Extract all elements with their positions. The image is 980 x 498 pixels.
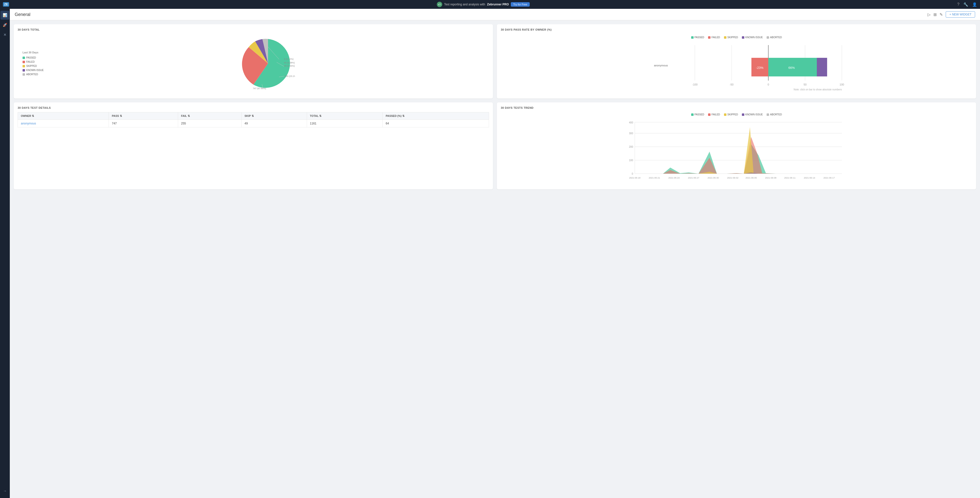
try-for-free-button[interactable]: Try for Free	[511, 2, 530, 6]
dashboard: 30 DAYS TOTAL Last 30 Days PASSED FAILED…	[10, 20, 980, 193]
bar-passed-pct: 66%	[788, 66, 795, 70]
help-icon[interactable]: ?	[957, 2, 959, 6]
trend-legend-known: KNOWN ISSUE	[742, 113, 763, 116]
skipped-label: SKIPPED	[26, 65, 37, 67]
col-passed-pct[interactable]: PASSED (%) ⇅	[383, 113, 489, 120]
trend-area-passed	[635, 144, 842, 174]
y-label-200: 200	[629, 145, 633, 148]
promo-icon: 🏷	[437, 2, 442, 7]
x-label-0614: 2021-06-14	[804, 177, 815, 179]
skipped-dot	[22, 65, 25, 67]
col-fail[interactable]: FAIL ⇅	[178, 113, 241, 120]
trend-skipped-dot	[724, 113, 726, 116]
passrate-known-label: KNOWN ISSUE	[745, 36, 763, 39]
widget-total-title: 30 DAYS TOTAL	[18, 28, 489, 31]
trend-failed-dot	[708, 113, 711, 116]
user-icon[interactable]: 👤	[972, 2, 977, 7]
logo: ZE	[3, 2, 9, 6]
axis-label-minus50: -50	[730, 83, 733, 86]
aborted-dot	[22, 73, 25, 76]
passrate-chart: PASSED FAILED SKIPPED KNOWN ISSUE	[501, 34, 972, 95]
passrate-skipped-label: SKIPPED	[727, 36, 738, 39]
passrate-aborted-dot	[767, 36, 769, 39]
sidebar-item-dashboard[interactable]: 📊	[0, 11, 9, 20]
pie-label-known: 45 (4.08%)	[284, 62, 295, 64]
failed-label: FAILED	[26, 60, 35, 63]
sidebar: 📊 🚀 ✕ →	[0, 9, 10, 193]
pie-label-skipped: 49 (4.44%)	[284, 65, 295, 67]
trend-svg-wrapper: 0 100 200 300 400	[501, 120, 972, 185]
grid-button[interactable]: ⊞	[934, 12, 937, 17]
topbar-right: ? 🔧 👤	[957, 2, 977, 7]
page-title: General	[15, 12, 30, 17]
trend-known-dot	[742, 113, 744, 116]
trend-known-label: KNOWN ISSUE	[745, 113, 763, 116]
passrate-legend-row: PASSED FAILED SKIPPED KNOWN ISSUE	[501, 36, 972, 39]
x-label-0527: 2021-05-27	[688, 177, 699, 179]
trend-legend-aborted: ABORTED	[767, 113, 782, 116]
passrate-known-dot	[742, 36, 744, 39]
passrate-bar-area: anonymous -23% 66%	[501, 43, 972, 92]
row-skip: 49	[242, 120, 307, 127]
passrate-legend-failed: FAILED	[708, 36, 720, 39]
new-widget-button[interactable]: + NEW WIDGET	[946, 11, 975, 18]
legend-skipped: SKIPPED	[22, 65, 47, 67]
sidebar-item-tests[interactable]: ✕	[0, 30, 9, 39]
trend-legend-passed: PASSED	[691, 113, 705, 116]
promo-banner: 🏷 Test reporting and analysis with Zebru…	[437, 2, 530, 7]
trend-legend-row: PASSED FAILED SKIPPED KNOWN ISSUE	[501, 113, 972, 116]
trend-aborted-dot	[767, 113, 769, 116]
passed-label: PASSED	[26, 56, 36, 59]
widget-passrate: 30 DAYS PASS RATE BY OWNER (%) PASSED FA…	[497, 24, 976, 99]
axis-label-100: 100	[840, 83, 844, 86]
details-table: OWNER ⇅ PASS ⇅ FAIL ⇅ SKIP ⇅ TOTAL ⇅ PAS…	[18, 112, 489, 127]
x-label-0530: 2021-05-30	[708, 177, 719, 179]
x-label-0524: 2021-05-24	[668, 177, 679, 179]
legend-subtitle: Last 30 Days	[22, 51, 47, 54]
main-content: General ▷ ⊞ ✎ + NEW WIDGET 30 DAYS TOTAL…	[10, 9, 980, 193]
col-total[interactable]: TOTAL ⇅	[307, 113, 382, 120]
pie-svg: 8 (0.72%) 45 (4.08%) 49 (4.44%) 255 (23.…	[241, 37, 295, 91]
widget-trend: 30 DAYS TESTS TREND PASSED FAILED SKIPPE…	[497, 102, 976, 189]
passrate-passed-dot	[691, 36, 694, 39]
bar-owner-label: anonymous	[654, 64, 668, 67]
trend-svg: 0 100 200 300 400	[503, 120, 970, 183]
row-owner[interactable]: anonymous	[18, 120, 109, 127]
col-skip[interactable]: SKIP ⇅	[242, 113, 307, 120]
trend-passed-dot	[691, 113, 694, 116]
page-header: General ▷ ⊞ ✎ + NEW WIDGET	[10, 9, 980, 20]
run-button[interactable]: ▷	[928, 12, 931, 17]
legend-aborted: ABORTED	[22, 73, 47, 76]
table-header-row: OWNER ⇅ PASS ⇅ FAIL ⇅ SKIP ⇅ TOTAL ⇅ PAS…	[18, 113, 489, 120]
x-label-0521: 2021-05-21	[649, 177, 660, 179]
details-title: 30 DAYS TEST DETAILS	[18, 106, 489, 109]
x-label-0617: 2021-06-17	[823, 177, 835, 179]
known-dot	[22, 69, 25, 72]
trend-title: 30 DAYS TESTS TREND	[501, 106, 972, 109]
passrate-legend-skipped: SKIPPED	[724, 36, 738, 39]
pie-label-failed: 255 (23.1%)	[285, 75, 295, 77]
col-owner[interactable]: OWNER ⇅	[18, 113, 109, 120]
table-row: anonymous 747 255 49 1161 64	[18, 120, 489, 127]
y-label-0: 0	[632, 172, 633, 175]
passrate-failed-dot	[708, 36, 711, 39]
row-fail: 255	[178, 120, 241, 127]
bar-known[interactable]	[817, 58, 827, 76]
pie-label-passed: 747 (67.66%)	[253, 87, 266, 90]
col-pass[interactable]: PASS ⇅	[109, 113, 178, 120]
trend-area-skipped	[635, 127, 842, 174]
passrate-passed-label: PASSED	[695, 36, 705, 39]
sidebar-item-launch[interactable]: 🚀	[0, 21, 9, 29]
trend-aborted-label: ABORTED	[770, 113, 782, 116]
logo-box: ZE	[3, 2, 9, 6]
wrench-icon[interactable]: 🔧	[963, 2, 968, 7]
edit-button[interactable]: ✎	[940, 12, 943, 17]
header-actions: ▷ ⊞ ✎ + NEW WIDGET	[928, 11, 975, 18]
x-label-0602: 2021-06-02	[727, 177, 738, 179]
legend-failed: FAILED	[22, 60, 47, 63]
legend-passed: PASSED	[22, 56, 47, 59]
trend-legend-failed: FAILED	[708, 113, 720, 116]
bar-failed-pct: -23%	[756, 66, 764, 70]
widget-30-days-total: 30 DAYS TOTAL Last 30 Days PASSED FAILED…	[14, 24, 493, 99]
x-label-0605: 2021-06-05	[746, 177, 757, 179]
